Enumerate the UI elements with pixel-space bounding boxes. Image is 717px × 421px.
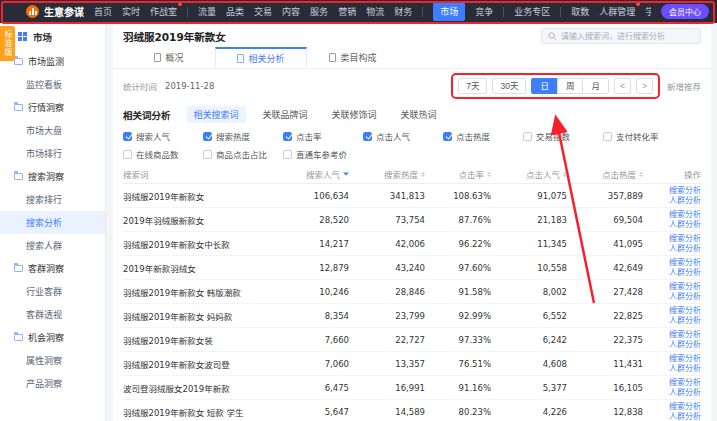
subtab[interactable]: 相关搜索词: [187, 106, 246, 123]
action-link[interactable]: 搜索分析: [669, 354, 701, 364]
action-link[interactable]: 搜索分析: [669, 258, 701, 268]
sidebar-item[interactable]: 机会洞察: [0, 326, 105, 349]
metric-checkbox-item[interactable]: 在线商品数: [123, 148, 203, 160]
nav-item[interactable]: 学院: [645, 3, 651, 20]
sidebar-item[interactable]: 产品洞察: [0, 372, 105, 395]
checkbox[interactable]: [443, 132, 452, 141]
checkbox[interactable]: [283, 150, 292, 159]
granularity-button[interactable]: 月: [582, 78, 609, 94]
action-link[interactable]: 人群分析: [669, 292, 701, 302]
sidebar-item[interactable]: 行业客群: [0, 280, 105, 303]
nav-item[interactable]: 实时: [122, 3, 140, 20]
nav-item[interactable]: 品类: [226, 3, 244, 20]
action-link[interactable]: 搜索分析: [669, 210, 701, 220]
action-link[interactable]: 搜索分析: [669, 306, 701, 316]
checkbox[interactable]: [603, 132, 612, 141]
action-link[interactable]: 人群分析: [669, 412, 701, 421]
nav-item[interactable]: 交易: [254, 3, 272, 20]
action-link[interactable]: 人群分析: [669, 196, 701, 206]
checkbox[interactable]: [123, 132, 132, 141]
nav-item[interactable]: 营销: [338, 3, 356, 20]
nav-item[interactable]: 财务: [394, 3, 412, 20]
tab[interactable]: 概况: [123, 47, 215, 68]
metric-checkbox-item[interactable]: 点击率: [283, 130, 363, 142]
action-link[interactable]: 人群分析: [669, 244, 701, 254]
table-header-cell[interactable]: 搜索热度: [349, 168, 425, 180]
nav-item[interactable]: 人群管理: [599, 3, 635, 20]
action-link[interactable]: 人群分析: [669, 388, 701, 398]
next-period-button[interactable]: >: [636, 78, 653, 94]
sidebar-item[interactable]: 搜索排行: [0, 188, 105, 211]
action-link[interactable]: 人群分析: [669, 316, 701, 326]
nav-item[interactable]: 取数: [571, 3, 589, 20]
nav-item[interactable]: 业务专区: [514, 3, 550, 20]
metric-checkbox-item[interactable]: 商品点击占比: [203, 148, 283, 160]
checkbox[interactable]: [203, 150, 212, 159]
sidebar-item[interactable]: 客群洞察: [0, 257, 105, 280]
nav-item[interactable]: 内容: [282, 3, 300, 20]
action-link[interactable]: 搜索分析: [669, 402, 701, 412]
prev-period-button[interactable]: <: [614, 78, 631, 94]
table-header-cell[interactable]: 点击热度: [567, 168, 643, 180]
nav-item[interactable]: 流量: [198, 3, 216, 20]
metric-checkbox-item[interactable]: 直通车参考价: [283, 148, 363, 160]
sidebar-item[interactable]: 监控看板: [0, 73, 105, 96]
metric-label: 点击人气: [376, 130, 410, 142]
search-box[interactable]: [541, 28, 701, 44]
metric-checkbox-item[interactable]: 交易指数: [523, 130, 603, 142]
granularity-button[interactable]: 周: [557, 78, 584, 94]
member-badge[interactable]: 会员中心: [661, 4, 709, 19]
sidebar-item[interactable]: 属性洞察: [0, 349, 105, 372]
action-link[interactable]: 搜索分析: [669, 378, 701, 388]
granularity-button[interactable]: 日: [531, 78, 558, 94]
nav-item[interactable]: 物流: [366, 3, 384, 20]
search-term-cell: 羽绒服2019年新款女装: [123, 334, 273, 346]
table-row: 2019年新款羽绒女12,87943,24097.60%10,55842,649…: [123, 256, 701, 280]
subtab[interactable]: 关联修饰词: [325, 106, 384, 123]
subtab[interactable]: 关联品牌词: [256, 106, 315, 123]
action-link[interactable]: 人群分析: [669, 364, 701, 374]
tab[interactable]: 类目构成: [307, 47, 399, 68]
action-link[interactable]: 人群分析: [669, 340, 701, 350]
sidebar-item[interactable]: 市场排行: [0, 142, 105, 165]
sidebar-item[interactable]: 市场监测: [0, 50, 105, 73]
nav-item[interactable]: 首页: [94, 3, 112, 20]
nav-item[interactable]: 服务: [310, 3, 328, 20]
tab[interactable]: 相关分析: [215, 47, 307, 68]
metric-checkbox-item[interactable]: 点击人气: [363, 130, 443, 142]
sidebar-item[interactable]: 搜索分析: [0, 211, 105, 234]
metric-checkbox-item[interactable]: 搜索人气: [123, 130, 203, 142]
sidebar-item[interactable]: 搜索人群: [0, 234, 105, 257]
metric-value-cell: 16,991: [349, 383, 425, 393]
checkbox[interactable]: [523, 132, 532, 141]
sidebar-item[interactable]: 搜索洞察: [0, 165, 105, 188]
nav-item[interactable]: 市场: [433, 2, 465, 21]
action-link[interactable]: 人群分析: [669, 268, 701, 278]
extra-link[interactable]: 新增推荐: [667, 80, 701, 92]
sidebar-item[interactable]: 客群透视: [0, 303, 105, 326]
checkbox[interactable]: [123, 150, 132, 159]
nav-item[interactable]: 竞争: [475, 3, 493, 20]
metric-checkbox-item[interactable]: 点击热度: [443, 130, 523, 142]
search-input[interactable]: [561, 32, 694, 41]
table-header-cell[interactable]: 搜索人气: [273, 168, 349, 180]
action-link[interactable]: 搜索分析: [669, 282, 701, 292]
action-link[interactable]: 搜索分析: [669, 186, 701, 196]
table-header-cell[interactable]: 点击人气: [491, 168, 567, 180]
nav-item[interactable]: 作战室: [150, 3, 177, 20]
subtab[interactable]: 关联热词: [394, 106, 444, 123]
action-link[interactable]: 搜索分析: [669, 234, 701, 244]
checkbox[interactable]: [363, 132, 372, 141]
sidebar-item[interactable]: 行情洞察: [0, 96, 105, 119]
checkbox[interactable]: [283, 132, 292, 141]
metric-checkbox-item[interactable]: 支付转化率: [603, 130, 683, 142]
metric-checkbox-item[interactable]: 搜索热度: [203, 130, 283, 142]
table-header-cell[interactable]: 点击率: [425, 168, 491, 180]
action-link[interactable]: 搜索分析: [669, 330, 701, 340]
checkbox[interactable]: [203, 132, 212, 141]
action-link[interactable]: 人群分析: [669, 220, 701, 230]
sidebar-item[interactable]: 市场大盘: [0, 119, 105, 142]
quick-range-button[interactable]: 30天: [492, 78, 526, 94]
tab-bar: 概况相关分析类目构成: [113, 47, 711, 69]
quick-range-button[interactable]: 7天: [458, 78, 487, 94]
